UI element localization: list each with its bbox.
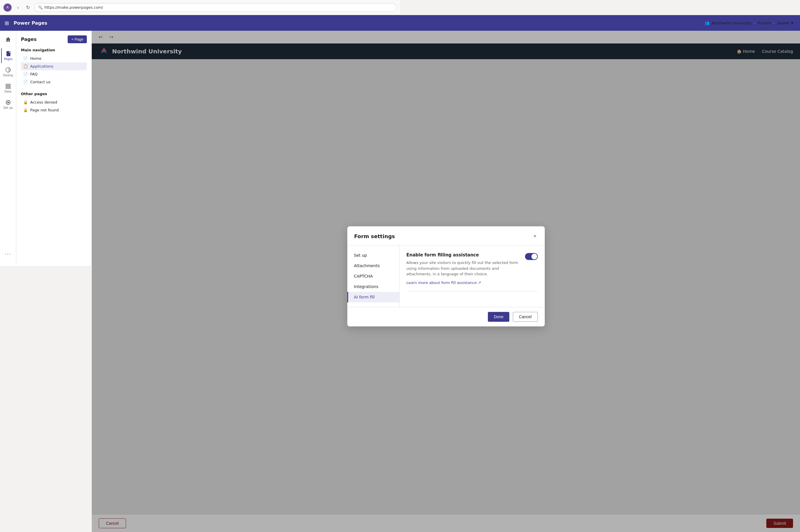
- nav-item-not-found[interactable]: 🔒 Page not found: [21, 106, 87, 114]
- grid-icon: ⊞: [5, 20, 9, 26]
- nav-item-faq-label: FAQ: [30, 72, 37, 76]
- sidebar-item-pages[interactable]: Pages: [1, 48, 15, 63]
- svg-rect-5: [6, 84, 11, 85]
- nav-item-applications-label: Applications: [30, 64, 53, 69]
- modal-body: Set up Attachments CAPTCHA Integrations …: [347, 245, 400, 266]
- search-icon: 🔍: [38, 5, 43, 10]
- icon-nav: Pages Styling Data Set up ···: [0, 15, 16, 266]
- modal-sidebar: Set up Attachments CAPTCHA Integrations …: [347, 245, 400, 266]
- nav-item-access-denied-label: Access denied: [30, 100, 57, 104]
- nav-item-applications[interactable]: 📋 Applications: [21, 62, 87, 70]
- nav-item-home[interactable]: 📄 Home: [21, 55, 87, 62]
- nav-item-home-label: Home: [30, 56, 41, 61]
- modal-content-area: Enable form filling assistance Allows yo…: [400, 245, 400, 266]
- top-app-bar: ⊞ Power Pages: [0, 15, 400, 31]
- nav-item-access-denied[interactable]: 🔒 Access denied: [21, 98, 87, 106]
- modal-header: Form settings ×: [347, 226, 400, 245]
- modal-overlay: Form settings × Set up Attachments CAPTC…: [92, 31, 400, 266]
- modal-nav-attachments[interactable]: Attachments: [347, 261, 399, 266]
- svg-rect-7: [6, 88, 11, 89]
- nav-item-faq[interactable]: 📄 FAQ: [21, 70, 87, 78]
- modal-title: Form settings: [354, 233, 395, 239]
- data-nav-label: Data: [5, 90, 12, 93]
- add-page-button[interactable]: + Page: [68, 35, 87, 43]
- user-avatar: A: [3, 3, 12, 12]
- address-bar[interactable]: 🔍 https://make.powerpages.com/: [34, 3, 397, 12]
- form-settings-modal: Form settings × Set up Attachments CAPTC…: [347, 226, 400, 266]
- nav-item-contact[interactable]: 📄 Contact us: [21, 78, 87, 86]
- svg-rect-6: [6, 86, 11, 87]
- browser-back-button[interactable]: ‹: [15, 4, 21, 11]
- other-pages-title: Other pages: [21, 92, 87, 96]
- nav-item-not-found-label: Page not found: [30, 108, 59, 112]
- sidebar-item-data[interactable]: Data: [1, 81, 15, 96]
- sidebar-header: Pages + Page: [21, 35, 87, 43]
- page-icon: 📄: [23, 56, 28, 61]
- modal-nav-setup[interactable]: Set up: [347, 250, 399, 261]
- sidebar-item-setup[interactable]: Set up: [1, 97, 15, 112]
- sidebar-item-home[interactable]: [1, 32, 15, 47]
- browser-reload-button[interactable]: ↻: [24, 4, 31, 11]
- pages-sidebar: Pages + Page Main navigation 📄 Home 📋 Ap…: [16, 31, 92, 266]
- url-text: https://make.powerpages.com/: [44, 5, 103, 10]
- main-content-area: ↩ ↪ Northwind University 🏠 Home Course C…: [92, 31, 400, 266]
- pages-nav-label: Pages: [4, 57, 13, 61]
- nav-item-contact-label: Contact us: [30, 80, 51, 84]
- page-special-icon: 📋: [23, 64, 28, 69]
- lock-icon-notfound: 🔒: [23, 108, 28, 112]
- app-title: Power Pages: [14, 20, 47, 26]
- styling-nav-label: Styling: [3, 74, 13, 77]
- page-icon-faq: 📄: [23, 72, 28, 76]
- main-nav-title: Main navigation: [21, 48, 87, 52]
- page-icon-contact: 📄: [23, 80, 28, 84]
- sidebar-item-styling[interactable]: Styling: [1, 64, 15, 79]
- sidebar-title: Pages: [21, 37, 37, 42]
- setup-nav-label: Set up: [3, 106, 13, 109]
- browser-chrome: A ‹ ↻ 🔍 https://make.powerpages.com/: [0, 0, 400, 15]
- lock-icon-access: 🔒: [23, 100, 28, 104]
- sidebar-item-more[interactable]: ···: [1, 246, 15, 261]
